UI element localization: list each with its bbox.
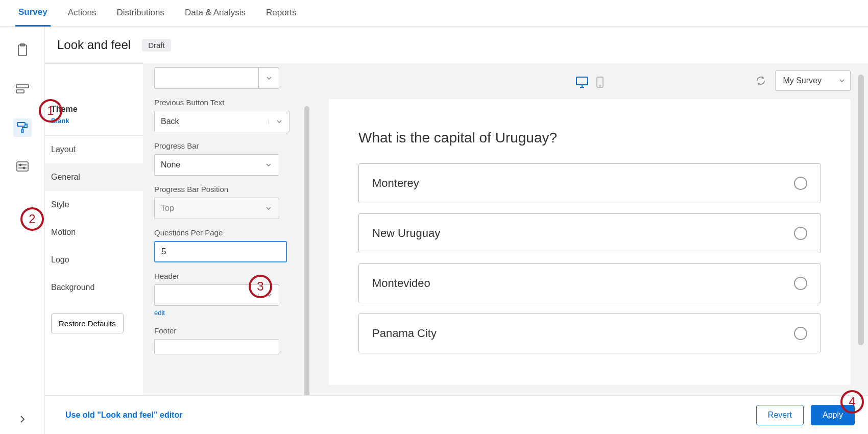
nav-layout[interactable]: Layout (45, 136, 143, 163)
nav-general[interactable]: General (45, 163, 143, 191)
refresh-icon[interactable] (756, 76, 766, 86)
chevron-down-icon (269, 119, 289, 124)
radio-icon[interactable] (794, 227, 807, 240)
top-tabs: Survey Actions Distributions Data & Anal… (0, 0, 868, 27)
qpp-label: Questions Per Page (154, 228, 300, 237)
progress-bar-pos-value: Top (155, 204, 258, 213)
choice-text: Panama City (372, 327, 437, 340)
progress-bar-label: Progress Bar (154, 141, 300, 150)
header-label: Header (154, 272, 300, 280)
theme-name: Blank (51, 117, 137, 125)
theme-label: Theme (51, 105, 137, 114)
choice-row[interactable]: Montevideo (358, 263, 821, 303)
tab-data-analysis[interactable]: Data & Analysis (182, 1, 249, 26)
page-header: Look and feel Draft (45, 27, 868, 63)
next-button-text-dropdown[interactable] (154, 67, 279, 89)
expand-rail-icon[interactable] (0, 415, 44, 424)
progress-bar-dropdown[interactable]: None (154, 154, 279, 176)
footer-label: Footer (154, 326, 300, 335)
preview-scrollbar[interactable] (858, 75, 864, 345)
nav-logo[interactable]: Logo (45, 246, 143, 274)
tab-distributions[interactable]: Distributions (113, 1, 167, 26)
svg-rect-11 (576, 77, 588, 85)
tab-reports[interactable]: Reports (263, 1, 300, 26)
chevron-down-icon (839, 79, 845, 83)
apply-button[interactable]: Apply (811, 405, 855, 425)
paint-roller-icon[interactable] (13, 118, 32, 137)
choice-text: Montevideo (372, 277, 430, 290)
choice-row[interactable]: Monterey (358, 163, 821, 203)
header-edit-link[interactable]: edit (154, 309, 165, 317)
chevron-down-icon (258, 293, 279, 297)
status-badge: Draft (142, 39, 171, 52)
prev-button-dropdown[interactable]: Back (154, 111, 290, 132)
radio-icon[interactable] (794, 277, 807, 290)
svg-rect-3 (16, 90, 24, 93)
survey-select[interactable]: My Survey (775, 70, 851, 91)
options-icon[interactable] (13, 157, 32, 176)
nav-background[interactable]: Background (45, 274, 143, 301)
choice-text: New Uruguay (372, 227, 440, 240)
preview-area: My Survey What is the capital of Uruguay… (311, 63, 868, 395)
progress-bar-pos-dropdown: Top (154, 198, 279, 219)
svg-point-15 (599, 85, 600, 86)
chevron-down-icon (258, 163, 279, 167)
progress-bar-pos-label: Progress Bar Position (154, 185, 300, 194)
radio-icon[interactable] (794, 327, 807, 340)
desktop-icon[interactable] (575, 76, 589, 88)
choice-text: Monterey (372, 177, 419, 190)
questions-per-page-input[interactable] (154, 241, 287, 262)
tab-actions[interactable]: Actions (65, 1, 100, 26)
use-old-editor-link[interactable]: Use old "Look and feel" editor (65, 411, 182, 420)
header-dropdown[interactable] (154, 284, 279, 306)
footer-dropdown[interactable] (154, 339, 279, 354)
left-rail (0, 27, 45, 434)
look-feel-subnav: Theme Blank Layout General Style Motion … (45, 63, 143, 395)
choice-row[interactable]: Panama City (358, 314, 821, 353)
svg-rect-2 (16, 85, 29, 88)
flow-icon[interactable] (13, 80, 32, 98)
choice-row[interactable]: New Uruguay (358, 213, 821, 253)
svg-rect-4 (17, 123, 25, 126)
clipboard-icon[interactable] (13, 41, 32, 59)
page-title: Look and feel (57, 38, 131, 52)
nav-style[interactable]: Style (45, 191, 143, 219)
revert-button[interactable]: Revert (756, 405, 804, 425)
prev-button-value: Back (155, 117, 269, 126)
settings-scrollbar[interactable] (304, 106, 309, 395)
svg-rect-5 (21, 129, 23, 133)
preview-toolbar: My Survey (329, 74, 851, 91)
restore-defaults-button[interactable]: Restore Defaults (51, 314, 124, 333)
chevron-down-icon (258, 206, 279, 210)
svg-rect-0 (18, 45, 27, 56)
progress-bar-value: None (155, 160, 258, 170)
svg-rect-6 (17, 162, 28, 171)
theme-section[interactable]: Theme Blank (45, 64, 143, 135)
nav-motion[interactable]: Motion (45, 219, 143, 246)
survey-select-value: My Survey (783, 76, 822, 85)
preview-card: What is the capital of Uruguay? Monterey… (329, 99, 851, 385)
tab-survey[interactable]: Survey (15, 0, 51, 27)
settings-panel: Previous Button Text Back Progress Bar N… (143, 63, 311, 395)
prev-button-label: Previous Button Text (154, 98, 300, 107)
radio-icon[interactable] (794, 177, 807, 190)
mobile-icon[interactable] (596, 76, 604, 88)
footer-bar: Use old "Look and feel" editor Revert Ap… (45, 395, 868, 434)
question-text: What is the capital of Uruguay? (358, 130, 821, 146)
